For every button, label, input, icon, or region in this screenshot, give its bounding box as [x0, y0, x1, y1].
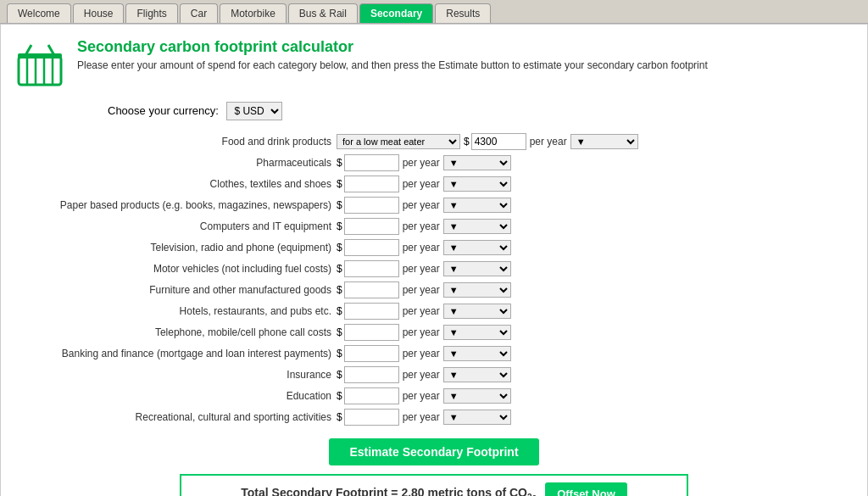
per-year-education: per year: [403, 390, 440, 402]
amount-hotels[interactable]: [344, 303, 399, 320]
per-year-furniture: per year: [403, 284, 440, 296]
row-paper: Paper based products (e.g. books, magazi…: [14, 196, 854, 215]
form-table: Food and drink products for a low meat e…: [14, 132, 854, 426]
dollar-sign-vehicles: $: [337, 263, 342, 275]
dollar-sign-paper: $: [337, 199, 342, 211]
dollar-sign-furniture: $: [337, 284, 342, 296]
row-computers: Computers and IT equipment $ per year ▼: [14, 217, 854, 236]
result-text: Total Secondary Footprint = 2.80 metric …: [241, 486, 537, 496]
amount-furniture[interactable]: [344, 281, 399, 298]
period-telephone[interactable]: ▼: [443, 325, 511, 340]
period-recreational[interactable]: ▼: [443, 410, 511, 425]
row-vehicles: Motor vehicles (not including fuel costs…: [14, 259, 854, 278]
per-year-food: per year: [530, 136, 567, 148]
page-title: Secondary carbon footprint calculator: [77, 38, 708, 56]
row-recreational: Recreational, cultural and sporting acti…: [14, 408, 854, 426]
row-insurance: Insurance $ per year ▼: [14, 365, 854, 384]
amount-clothes[interactable]: [344, 176, 399, 192]
label-banking: Banking and finance (mortgage and loan i…: [14, 348, 337, 359]
page-description: Please enter your amount of spend for ea…: [77, 59, 708, 71]
row-banking: Banking and finance (mortgage and loan i…: [14, 344, 854, 363]
dollar-sign-telephone: $: [337, 326, 342, 338]
amount-food[interactable]: [471, 133, 526, 150]
nav-bar: Welcome House Flights Car Motorbike Bus …: [0, 0, 868, 24]
currency-label: Choose your currency:: [108, 104, 219, 117]
tab-flights[interactable]: Flights: [125, 3, 177, 23]
main-content: Secondary carbon footprint calculator Pl…: [0, 24, 868, 496]
per-year-vehicles: per year: [403, 263, 440, 275]
svg-rect-5: [18, 53, 62, 59]
basket-icon: [14, 38, 65, 89]
per-year-clothes: per year: [403, 178, 440, 190]
per-year-recreational: per year: [403, 411, 440, 423]
period-vehicles[interactable]: ▼: [443, 261, 511, 276]
label-insurance: Insurance: [14, 369, 337, 381]
label-pharma: Pharmaceuticals: [14, 157, 337, 169]
row-hotels: Hotels, restaurants, and pubs etc. $ per…: [14, 302, 854, 320]
amount-telephone[interactable]: [344, 324, 399, 341]
food-type-select[interactable]: for a low meat eater for a high meat eat…: [337, 134, 460, 149]
header-section: Secondary carbon footprint calculator Pl…: [14, 38, 854, 92]
period-banking[interactable]: ▼: [443, 346, 511, 361]
offset-button[interactable]: Offset Now: [545, 482, 627, 496]
label-hotels: Hotels, restaurants, and pubs etc.: [14, 305, 337, 317]
label-telephone: Telephone, mobile/cell phone call costs: [14, 326, 337, 338]
period-insurance[interactable]: ▼: [443, 367, 511, 382]
tab-house[interactable]: House: [73, 3, 125, 23]
dollar-sign-recreational: $: [337, 411, 342, 423]
per-year-tv: per year: [403, 242, 440, 254]
amount-banking[interactable]: [344, 345, 399, 362]
label-tv: Television, radio and phone (equipment): [14, 242, 337, 254]
period-furniture[interactable]: ▼: [443, 282, 511, 298]
tab-welcome[interactable]: Welcome: [7, 3, 71, 23]
per-year-telephone: per year: [403, 326, 440, 338]
dollar-sign-tv: $: [337, 242, 342, 254]
amount-vehicles[interactable]: [344, 260, 399, 277]
amount-computers[interactable]: [344, 218, 399, 235]
tab-car[interactable]: Car: [180, 3, 218, 23]
amount-insurance[interactable]: [344, 366, 399, 383]
row-tv: Television, radio and phone (equipment) …: [14, 238, 854, 257]
label-computers: Computers and IT equipment: [14, 220, 337, 232]
period-pharma[interactable]: ▼: [443, 155, 511, 170]
label-education: Education: [14, 390, 337, 402]
icon-container: [14, 38, 65, 92]
label-furniture: Furniture and other manufactured goods: [14, 284, 337, 296]
row-pharma: Pharmaceuticals $ per year ▼: [14, 153, 854, 172]
row-telephone: Telephone, mobile/cell phone call costs …: [14, 323, 854, 342]
tab-results[interactable]: Results: [435, 3, 491, 23]
row-clothes: Clothes, textiles and shoes $ per year ▼: [14, 175, 854, 193]
tab-secondary[interactable]: Secondary: [359, 3, 433, 23]
header-text: Secondary carbon footprint calculator Pl…: [77, 38, 708, 71]
amount-tv[interactable]: [344, 239, 399, 256]
amount-education[interactable]: [344, 387, 399, 404]
period-education[interactable]: ▼: [443, 388, 511, 404]
currency-row: Choose your currency: $ USD £ GBP € EUR: [108, 102, 854, 120]
per-year-pharma: per year: [403, 157, 440, 169]
result-box: Total Secondary Footprint = 2.80 metric …: [180, 474, 688, 496]
period-paper[interactable]: ▼: [443, 198, 511, 213]
row-furniture: Furniture and other manufactured goods $…: [14, 281, 854, 299]
svg-rect-0: [19, 57, 61, 85]
period-hotels[interactable]: ▼: [443, 304, 511, 319]
dollar-sign-pharma: $: [337, 157, 342, 169]
period-clothes[interactable]: ▼: [443, 176, 511, 192]
period-computers[interactable]: ▼: [443, 219, 511, 234]
per-year-computers: per year: [403, 220, 440, 232]
dollar-sign-computers: $: [337, 220, 342, 232]
per-year-paper: per year: [403, 199, 440, 211]
amount-recreational[interactable]: [344, 409, 399, 426]
label-recreational: Recreational, cultural and sporting acti…: [14, 411, 337, 423]
period-tv[interactable]: ▼: [443, 240, 511, 255]
tab-motorbike[interactable]: Motorbike: [220, 3, 287, 23]
dollar-sign-education: $: [337, 390, 342, 402]
amount-pharma[interactable]: [344, 154, 399, 171]
period-food[interactable]: ▼: [570, 134, 638, 149]
currency-select[interactable]: $ USD £ GBP € EUR: [226, 102, 282, 120]
co2-sub: 2e: [527, 493, 537, 496]
label-vehicles: Motor vehicles (not including fuel costs…: [14, 263, 337, 275]
amount-paper[interactable]: [344, 197, 399, 214]
label-paper: Paper based products (e.g. books, magazi…: [14, 199, 337, 211]
estimate-button[interactable]: Estimate Secondary Footprint: [329, 438, 538, 465]
tab-bus-rail[interactable]: Bus & Rail: [288, 3, 358, 23]
